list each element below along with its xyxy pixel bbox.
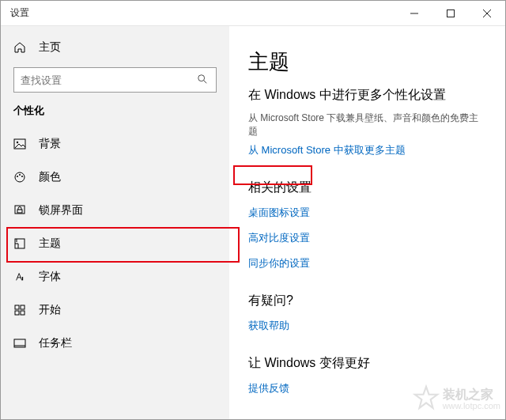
sidebar-item-background[interactable]: 背景: [1, 127, 229, 161]
related-title: 相关的设置: [248, 180, 486, 196]
sidebar: 主页 个性化 背景 颜色 锁屏界面 主题 字体: [1, 26, 229, 419]
help-group: 有疑问? 获取帮助: [248, 293, 486, 333]
svg-line-5: [204, 81, 207, 84]
svg-point-10: [19, 174, 21, 176]
content-area: 主页 个性化 背景 颜色 锁屏界面 主题 字体: [1, 26, 505, 419]
home-button[interactable]: 主页: [1, 34, 229, 61]
search-field[interactable]: [21, 74, 197, 86]
svg-rect-18: [21, 311, 25, 315]
close-button[interactable]: [469, 1, 505, 26]
maximize-button[interactable]: [432, 1, 469, 26]
svg-point-11: [21, 176, 23, 177]
search-icon: [197, 74, 210, 86]
titlebar: 设置: [1, 1, 505, 26]
sidebar-item-colors[interactable]: 颜色: [1, 161, 229, 194]
svg-rect-16: [21, 305, 25, 309]
link-high-contrast[interactable]: 高对比度设置: [248, 231, 486, 245]
feedback-group: 让 Windows 变得更好 提供反馈: [248, 355, 486, 395]
main-panel: 主题 在 Windows 中进行更多个性化设置 从 Microsoft Stor…: [229, 26, 505, 419]
sidebar-item-label: 锁屏界面: [39, 203, 83, 218]
sidebar-item-label: 开始: [39, 303, 61, 317]
related-settings-group: 相关的设置 桌面图标设置 高对比度设置 同步你的设置: [248, 180, 486, 271]
home-label: 主页: [39, 40, 61, 55]
sidebar-item-label: 颜色: [39, 170, 61, 184]
sidebar-item-taskbar[interactable]: 任务栏: [1, 327, 229, 360]
link-desktop-icons[interactable]: 桌面图标设置: [248, 206, 486, 220]
svg-rect-13: [17, 210, 22, 213]
lock-screen-icon: [13, 204, 26, 217]
home-icon: [13, 41, 26, 54]
sidebar-item-themes[interactable]: 主题: [1, 227, 229, 260]
svg-point-7: [17, 142, 18, 143]
sidebar-item-fonts[interactable]: 字体: [1, 260, 229, 293]
link-sync-settings[interactable]: 同步你的设置: [248, 256, 486, 271]
link-feedback[interactable]: 提供反馈: [248, 381, 486, 395]
sidebar-item-label: 主题: [39, 236, 61, 251]
page-title: 主题: [248, 48, 486, 76]
sidebar-item-label: 任务栏: [39, 336, 72, 350]
svg-rect-1: [447, 9, 455, 17]
start-icon: [13, 304, 26, 316]
theme-icon: [13, 237, 26, 250]
svg-point-8: [15, 172, 25, 182]
font-icon: [13, 271, 26, 283]
feedback-title: 让 Windows 变得更好: [248, 355, 486, 372]
svg-rect-17: [15, 311, 19, 315]
section-description: 从 Microsoft Store 下载兼具壁纸、声音和颜色的免费主题: [248, 112, 486, 138]
sidebar-item-lockscreen[interactable]: 锁屏界面: [1, 194, 229, 227]
search-input[interactable]: [13, 67, 217, 93]
sidebar-item-label: 字体: [39, 270, 61, 284]
category-label: 个性化: [1, 104, 229, 127]
palette-icon: [13, 171, 26, 184]
window-title: 设置: [10, 6, 29, 20]
taskbar-icon: [13, 337, 26, 350]
svg-point-9: [17, 176, 18, 177]
picture-icon: [13, 138, 26, 150]
store-link[interactable]: 从 Microsoft Store 中获取更多主题: [248, 143, 486, 157]
svg-point-4: [198, 75, 205, 81]
svg-rect-15: [15, 305, 19, 309]
sidebar-item-label: 背景: [39, 137, 61, 151]
minimize-button[interactable]: [396, 1, 432, 26]
section-heading: 在 Windows 中进行更多个性化设置: [248, 87, 486, 104]
help-title: 有疑问?: [248, 293, 486, 309]
link-get-help[interactable]: 获取帮助: [248, 319, 486, 333]
sidebar-item-start[interactable]: 开始: [1, 293, 229, 327]
